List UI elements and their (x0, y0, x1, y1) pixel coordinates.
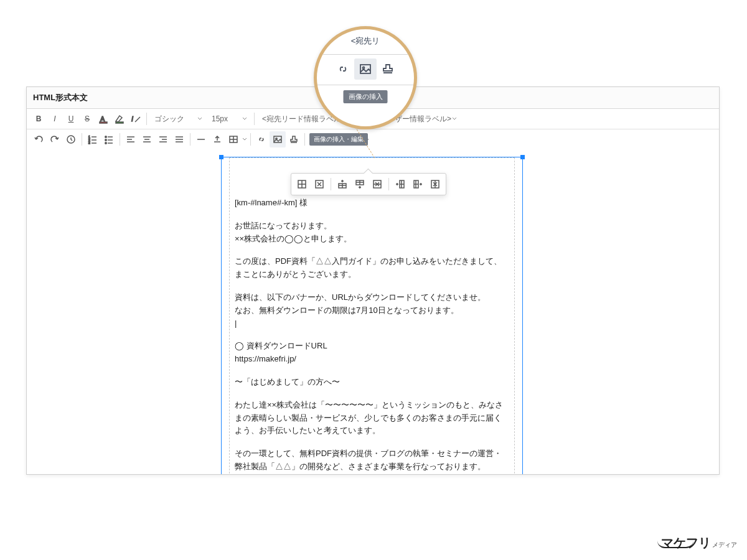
svg-rect-1 (100, 122, 107, 123)
email-salutation: [km-#lname#-km] 様 (235, 197, 509, 210)
separator (82, 133, 82, 146)
text-color-button[interactable]: A (95, 111, 111, 127)
svg-point-16 (105, 142, 106, 144)
stamp-icon[interactable] (377, 58, 399, 80)
bold-button[interactable]: B (31, 111, 47, 127)
align-justify-button[interactable] (171, 131, 187, 147)
align-center-button[interactable] (139, 131, 155, 147)
email-line: ◯ 資料ダウンロードURL (235, 340, 509, 353)
font-size-select[interactable]: 15px (207, 111, 251, 127)
brand-sub: メディア (712, 541, 737, 548)
separator (250, 133, 251, 146)
link-icon[interactable] (332, 58, 354, 80)
svg-text:I: I (131, 115, 133, 123)
separator (254, 113, 255, 125)
email-url: https://makefri.jp/ (235, 353, 509, 366)
clear-format-button[interactable]: I (128, 111, 144, 127)
history-button[interactable] (63, 131, 79, 147)
magnifier-callout: <宛先リ 画像の挿入 (314, 26, 417, 129)
email-line: わたし達××株式会社は「〜〜〜〜〜〜」というミッションのもと、みなさまの素晴らし… (235, 399, 509, 437)
font-family-select[interactable]: ゴシック (149, 111, 207, 127)
undo-button[interactable] (31, 131, 47, 147)
upload-button[interactable] (209, 131, 225, 147)
svg-rect-2 (116, 122, 123, 123)
separator (146, 113, 147, 125)
chevron-down-icon (242, 116, 248, 122)
email-line: この度は、PDF資料「△△入門ガイド」のお申し込みをいただきまして、まことにあり… (235, 255, 509, 281)
font-family-value: ゴシック (154, 114, 184, 124)
table-button[interactable] (225, 131, 242, 147)
ordered-list-button[interactable]: 123 (85, 131, 101, 147)
svg-text:A: A (100, 115, 105, 123)
insert-image-button[interactable] (270, 131, 286, 147)
chevron-down-icon (451, 116, 458, 122)
email-line: その一環として、無料PDF資料の提供・ブログの執筆・セミナーの運営・弊社製品「△… (235, 447, 509, 474)
separator (190, 133, 190, 146)
align-left-button[interactable] (123, 131, 139, 147)
svg-point-14 (105, 139, 106, 141)
magnifier-header: <宛先リ (351, 35, 380, 47)
email-line: 資料は、以下のバナーか、URLからダウンロードしてくださいませ。 (235, 291, 509, 304)
selection-handle[interactable] (219, 155, 223, 159)
underline-button[interactable]: U (63, 111, 79, 127)
redo-button[interactable] (47, 131, 63, 147)
brand-logo: マケフリメディア (657, 534, 737, 551)
highlight-button[interactable] (111, 111, 128, 127)
toolbar-insert: 123 (27, 129, 719, 150)
separator (120, 133, 120, 146)
magnifier-tooltip: 画像の挿入 (344, 90, 388, 103)
email-body-text[interactable]: [km-#lname#-km] 様 お世話になっております。 ××株式会社の◯◯… (235, 197, 509, 474)
svg-line-4 (135, 117, 140, 122)
editor-window: HTML形式本文 B I U S A I ゴシック 15px <宛先リード情報ラ… (26, 86, 720, 475)
brand-name: マケフリ (661, 536, 711, 549)
text-cursor: | (235, 317, 509, 330)
image-button-tooltip: 画像の挿入・編集 (309, 133, 368, 146)
editor-canvas[interactable]: [km-#lname#-km] 様 お世話になっております。 ××株式会社の◯◯… (27, 148, 719, 474)
email-line: お世話になっております。 (235, 220, 509, 233)
link-button[interactable] (253, 131, 270, 147)
font-size-value: 15px (212, 114, 228, 123)
chevron-down-icon (242, 136, 248, 142)
email-column[interactable]: [km-#lname#-km] 様 お世話になっております。 ××株式会社の◯◯… (221, 157, 523, 474)
horizontal-rule-button[interactable] (193, 131, 209, 147)
unordered-list-button[interactable] (101, 131, 117, 147)
strikethrough-button[interactable]: S (79, 111, 95, 127)
italic-button[interactable]: I (47, 111, 63, 127)
svg-text:3: 3 (88, 141, 90, 144)
email-line: ××株式会社の◯◯と申します。 (235, 233, 509, 246)
email-line: なお、無料ダウンロードの期限は7月10日となっております。 (235, 304, 509, 317)
align-right-button[interactable] (155, 131, 171, 147)
image-icon[interactable] (354, 58, 377, 80)
chevron-down-icon (197, 116, 203, 122)
stamp-button[interactable] (286, 131, 302, 147)
svg-point-12 (105, 136, 106, 138)
email-line: 〜「はじめまして」の方へ〜 (235, 376, 509, 389)
separator (304, 133, 305, 146)
selection-handle[interactable] (520, 155, 525, 159)
